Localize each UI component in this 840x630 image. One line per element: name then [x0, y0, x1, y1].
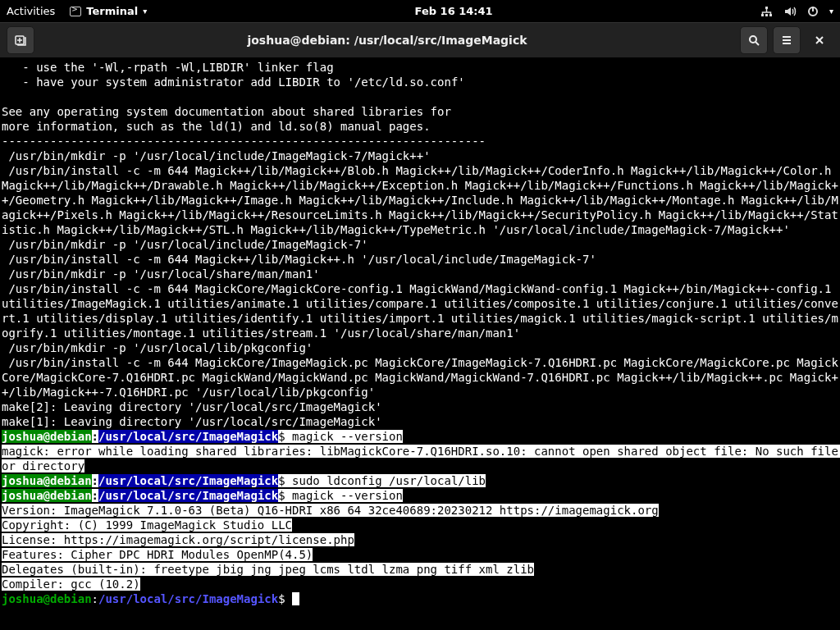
gnome-top-bar: Activities Terminal ▾ Feb 16 14:41 ▾ — [0, 0, 840, 22]
prompt-user: joshua@debian — [2, 474, 92, 487]
terminal-output[interactable]: - use the '-Wl,-rpath -Wl,LIBDIR' linker… — [0, 58, 840, 606]
svg-point-9 — [750, 36, 756, 43]
window-header-bar: joshua@debian: /usr/local/src/ImageMagic… — [0, 22, 840, 58]
svg-rect-1 — [765, 14, 768, 16]
svg-rect-3 — [765, 7, 768, 9]
svg-rect-2 — [769, 14, 772, 16]
app-menu-label: Terminal — [86, 5, 138, 17]
system-menu-chevron-icon[interactable]: ▾ — [829, 7, 833, 16]
cursor — [292, 592, 299, 605]
prompt-path: /usr/local/src/ImageMagick — [98, 430, 278, 443]
hamburger-menu-button[interactable] — [773, 26, 801, 54]
version-output: Version: ImageMagick 7.1.0-63 (Beta) Q16… — [2, 504, 659, 591]
new-tab-button[interactable] — [7, 26, 34, 54]
prompt-user: joshua@debian — [2, 489, 92, 502]
network-icon[interactable] — [760, 5, 774, 18]
svg-line-10 — [756, 42, 759, 45]
build-output-text: - use the '-Wl,-rpath -Wl,LIBDIR' linker… — [2, 61, 838, 428]
app-menu[interactable]: Terminal ▾ — [70, 5, 147, 17]
command-3: magick --version — [285, 489, 403, 502]
prompt-user: joshua@debian — [2, 430, 92, 443]
prompt-dollar: $ — [278, 592, 285, 605]
prompt-dollar: $ — [278, 474, 285, 487]
activities-button[interactable]: Activities — [7, 5, 55, 17]
search-button[interactable] — [740, 26, 768, 54]
prompt-path: /usr/local/src/ImageMagick — [98, 489, 278, 502]
prompt-dollar: $ — [278, 489, 285, 502]
terminal-icon — [70, 7, 81, 16]
svg-rect-0 — [761, 14, 764, 16]
prompt-dollar: $ — [278, 430, 285, 443]
window-title: joshua@debian: /usr/local/src/ImageMagic… — [34, 34, 740, 47]
volume-icon[interactable] — [783, 5, 797, 18]
power-icon[interactable] — [806, 5, 819, 18]
close-window-button[interactable] — [806, 26, 833, 54]
error-output: magick: error while loading shared libra… — [2, 445, 840, 472]
prompt-user: joshua@debian — [2, 592, 92, 605]
prompt-path: /usr/local/src/ImageMagick — [98, 592, 278, 605]
command-1: magick --version — [285, 430, 403, 443]
command-2: sudo ldconfig /usr/local/lib — [285, 474, 486, 487]
clock[interactable]: Feb 16 14:41 — [147, 5, 760, 17]
prompt-path: /usr/local/src/ImageMagick — [98, 474, 278, 487]
